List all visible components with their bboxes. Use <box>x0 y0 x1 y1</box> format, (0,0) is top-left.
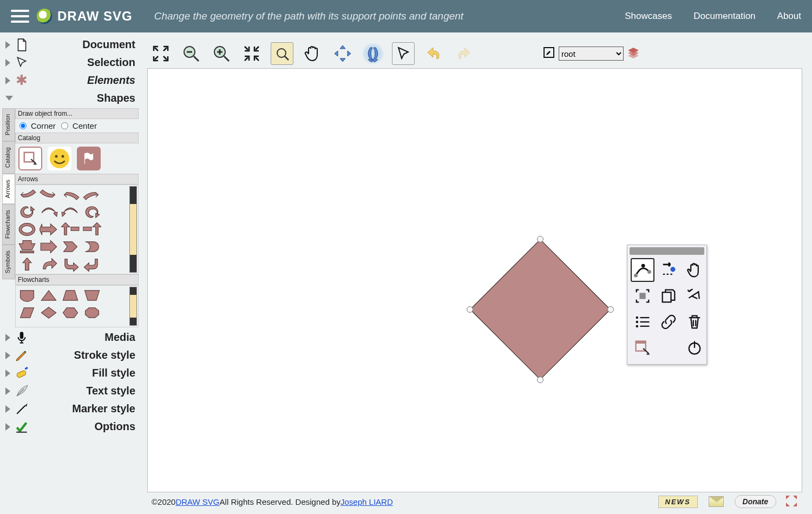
nav-showcases[interactable]: Showcases <box>625 11 672 22</box>
canvas[interactable] <box>147 68 802 492</box>
sidebar-text-style[interactable]: Text style <box>2 382 139 400</box>
zoom-out-button[interactable] <box>180 42 202 65</box>
arrow-shape[interactable] <box>83 256 101 272</box>
flow-shape[interactable] <box>18 305 36 320</box>
hand-button[interactable] <box>683 258 706 282</box>
sidebar-media[interactable]: Media <box>2 328 139 346</box>
vtab-catalog[interactable]: Catalog <box>2 141 15 174</box>
zoom-in-button[interactable] <box>210 42 233 65</box>
arrow-shape[interactable] <box>18 187 36 202</box>
footer-link-author[interactable]: Joseph LIARD <box>340 497 393 506</box>
resize-handle-top[interactable] <box>537 236 543 242</box>
resize-handle-bottom[interactable] <box>537 377 543 383</box>
selected-diamond-shape[interactable] <box>470 239 611 380</box>
sidebar-fill-style[interactable]: Fill style <box>2 364 139 382</box>
radio-corner[interactable] <box>19 122 27 129</box>
vtab-flowcharts[interactable]: Flowcharts <box>2 204 15 245</box>
root-select[interactable]: root <box>559 47 624 61</box>
pan-button[interactable] <box>301 42 324 65</box>
flow-shape[interactable] <box>40 288 58 303</box>
arrow-shape[interactable] <box>61 187 80 202</box>
arrow-shape[interactable] <box>83 187 101 202</box>
flow-shape[interactable] <box>18 288 36 303</box>
arrows-grid <box>16 185 138 274</box>
undo-button[interactable] <box>422 42 445 65</box>
catalog-emoji-button[interactable] <box>48 147 71 170</box>
arrow-shape[interactable] <box>61 239 80 254</box>
power-button[interactable] <box>683 336 706 360</box>
collapse-button[interactable] <box>240 42 263 65</box>
svg-marker-53 <box>786 496 790 499</box>
arrow-shape[interactable] <box>83 239 101 254</box>
arrow-shape[interactable] <box>61 205 80 220</box>
news-button[interactable]: NEWS <box>658 496 698 508</box>
vtab-position[interactable]: Position <box>2 108 15 141</box>
arrow-shape[interactable] <box>40 256 58 272</box>
edit-icon[interactable] <box>542 46 555 61</box>
copy-button[interactable] <box>657 284 680 308</box>
arrow-shape[interactable] <box>83 222 101 237</box>
arrow-shape[interactable] <box>61 222 80 237</box>
context-drag-handle[interactable] <box>630 247 704 255</box>
redo-button[interactable] <box>453 42 475 65</box>
arrow-shape[interactable] <box>18 205 36 220</box>
arrow-shape[interactable] <box>18 239 36 254</box>
fit-screen-button[interactable] <box>149 42 172 65</box>
rotate-text-button[interactable] <box>683 284 706 308</box>
flow-shape[interactable] <box>61 288 80 303</box>
svg-marker-56 <box>793 503 797 506</box>
radio-center[interactable] <box>61 122 68 129</box>
svg-rect-41 <box>639 293 645 299</box>
arrow-shape[interactable] <box>40 187 58 202</box>
select-bounds-button[interactable] <box>631 284 654 308</box>
arrow-shape[interactable] <box>40 205 58 220</box>
link-button[interactable] <box>657 310 680 334</box>
select-button[interactable] <box>392 42 415 65</box>
sidebar-document[interactable]: Document <box>2 36 139 54</box>
flow-shape[interactable] <box>61 305 80 320</box>
sidebar-marker-style[interactable]: Marker style <box>2 400 139 418</box>
arrow-shape[interactable] <box>18 256 36 272</box>
delete-button[interactable] <box>683 310 706 334</box>
resize-handle-left[interactable] <box>467 306 473 313</box>
nav-documentation[interactable]: Documentation <box>693 11 755 22</box>
header-nav: Showcases Documentation About <box>625 11 801 22</box>
fullscreen-icon[interactable] <box>785 495 798 509</box>
logo-icon[interactable] <box>37 9 52 24</box>
layers-icon[interactable] <box>627 46 640 61</box>
nav-about[interactable]: About <box>777 11 801 22</box>
edit-path-button[interactable] <box>631 258 654 282</box>
menu-icon[interactable] <box>11 7 29 25</box>
sidebar-selection[interactable]: Selection <box>2 54 139 71</box>
insert-shape-button[interactable] <box>631 336 654 360</box>
sidebar-shapes[interactable]: Shapes <box>2 89 139 107</box>
flow-shape[interactable] <box>83 305 101 320</box>
zoom-area-button[interactable] <box>271 42 293 65</box>
arrow-shape[interactable] <box>83 205 101 220</box>
arrow-shape[interactable] <box>40 222 58 237</box>
donate-button[interactable]: Donate <box>735 495 776 508</box>
flow-shape[interactable] <box>83 288 101 303</box>
footer-link-drawsvg[interactable]: DRAW SVG <box>175 497 219 506</box>
flow-shape[interactable] <box>40 305 58 320</box>
flip-button[interactable] <box>362 42 384 65</box>
catalog-flag-button[interactable] <box>77 147 101 170</box>
arrow-shape[interactable] <box>61 256 80 272</box>
sidebar-options[interactable]: Options <box>2 418 139 436</box>
flow-scrollbar[interactable] <box>129 287 137 326</box>
flowcharts-label: Flowcharts <box>15 274 139 285</box>
mail-icon[interactable] <box>709 496 724 507</box>
catalog-insert-button[interactable] <box>18 147 42 170</box>
vtab-symbols[interactable]: Symbols <box>2 245 15 279</box>
sidebar-elements[interactable]: ✱ Elements <box>2 71 139 89</box>
move-button[interactable] <box>331 42 354 65</box>
sidebar-stroke-style[interactable]: Stroke style <box>2 346 139 364</box>
vtab-arrows[interactable]: Arrows <box>2 174 15 204</box>
resize-handle-right[interactable] <box>607 306 614 313</box>
list-button[interactable] <box>631 310 654 334</box>
arrows-scrollbar[interactable] <box>129 186 137 273</box>
move-point-button[interactable] <box>657 258 680 282</box>
context-toolbox[interactable] <box>627 245 707 365</box>
arrow-shape[interactable] <box>18 222 36 237</box>
arrow-shape[interactable] <box>40 239 58 254</box>
